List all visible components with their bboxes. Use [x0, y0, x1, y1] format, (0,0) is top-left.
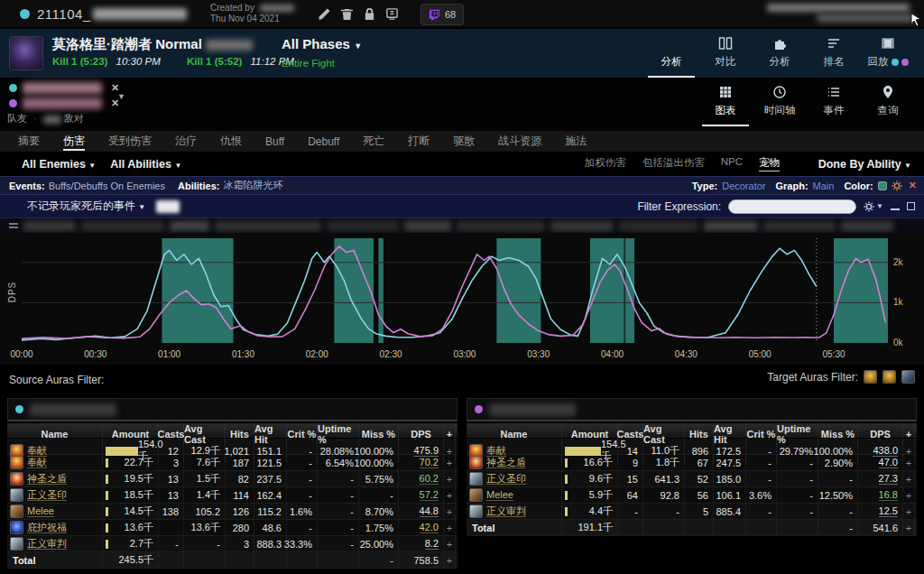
tab-Debuff[interactable]: Debuff: [308, 131, 339, 152]
color-swatch[interactable]: [878, 181, 887, 190]
dps-link[interactable]: 70.2: [420, 457, 439, 468]
export-icon[interactable]: [385, 7, 399, 21]
player-1-name-censored[interactable]: [23, 82, 102, 94]
option-加权伤害[interactable]: 加权伤害: [585, 156, 626, 171]
legend-item-censored[interactable]: [215, 221, 321, 231]
tab-施法[interactable]: 施法: [565, 131, 587, 152]
ability-link[interactable]: 正义审判: [486, 505, 526, 517]
legend-handle-icon[interactable]: [9, 223, 18, 228]
dps-link[interactable]: 27.3: [879, 473, 898, 485]
target-aura-icon-2[interactable]: [882, 370, 896, 384]
tab-仇恨[interactable]: 仇恨: [220, 131, 242, 152]
expand-row-button[interactable]: +: [903, 504, 915, 519]
report-title[interactable]: 211104_: [37, 6, 91, 22]
dps-chart[interactable]: DPS 2k1k0k00:0000:3001:0001:3002:0002:30…: [0, 233, 924, 365]
ability-link[interactable]: 庇护祝福: [27, 522, 67, 533]
expand-row-button[interactable]: +: [444, 552, 456, 568]
dps-link[interactable]: 42.0: [420, 522, 439, 533]
dps-link[interactable]: 8.2: [425, 538, 439, 550]
edit-icon[interactable]: [318, 7, 331, 21]
ability-link[interactable]: 神圣之盾: [486, 457, 526, 468]
expand-row-button[interactable]: +: [903, 455, 915, 470]
filter-expression-input[interactable]: [728, 199, 856, 214]
expand-row-button[interactable]: +: [444, 504, 456, 519]
ability-link[interactable]: Melee: [27, 505, 54, 517]
nav-item-回放[interactable]: 回放: [861, 32, 915, 78]
twitch-badge[interactable]: 68: [420, 4, 464, 25]
team-link[interactable]: 队友: [7, 113, 27, 124]
option-包括溢出伤害[interactable]: 包括溢出伤害: [642, 156, 705, 171]
dps-link[interactable]: 44.8: [420, 505, 439, 517]
legend-item-censored[interactable]: [619, 221, 698, 231]
dps-link[interactable]: 57.2: [420, 489, 439, 501]
fight-2-kill[interactable]: Kill 1 (5:52): [187, 56, 242, 67]
dps-link[interactable]: 47.0: [879, 457, 898, 468]
expand-row-button[interactable]: +: [903, 487, 915, 503]
lock-icon[interactable]: [363, 7, 376, 21]
tab-战斗资源[interactable]: 战斗资源: [498, 131, 541, 152]
boss-portrait[interactable]: [9, 36, 43, 70]
view-item-查询[interactable]: 查询: [861, 81, 915, 126]
expand-row-button[interactable]: +: [444, 520, 456, 535]
tab-驱散[interactable]: 驱散: [453, 131, 475, 152]
maximize-icon[interactable]: [907, 202, 915, 210]
chevron-down-icon[interactable]: ▼: [117, 92, 125, 101]
enemy-link[interactable]: 敌对: [64, 113, 84, 124]
nav-item-排名[interactable]: 排名: [807, 32, 861, 78]
abilities-dropdown[interactable]: All Abilities ▼: [110, 158, 181, 171]
delete-icon[interactable]: [340, 7, 354, 21]
table-player-header[interactable]: [7, 398, 457, 421]
legend-item-censored[interactable]: [170, 221, 209, 231]
expand-row-button[interactable]: +: [444, 471, 456, 486]
legend-item-censored[interactable]: [404, 221, 451, 231]
expand-row-button[interactable]: +: [903, 520, 915, 535]
legend-item-censored[interactable]: [23, 221, 76, 231]
view-item-时间轴[interactable]: 时间轴: [753, 81, 807, 126]
gear-icon[interactable]: [892, 181, 902, 191]
gear-icon[interactable]: ▼: [864, 201, 883, 212]
legend-item-censored[interactable]: [704, 221, 758, 231]
nav-item-分析[interactable]: 分析: [644, 32, 698, 78]
legend-item-censored[interactable]: [763, 221, 836, 231]
ability-link[interactable]: Melee: [486, 489, 513, 501]
target-aura-icon-3[interactable]: [901, 370, 915, 384]
report-title-censored[interactable]: [93, 8, 187, 20]
tab-摘要[interactable]: 摘要: [18, 131, 40, 152]
legend-item-censored[interactable]: [327, 221, 399, 231]
events-value[interactable]: Buffs/Debuffs On Enemies: [49, 181, 165, 191]
minimize-icon[interactable]: [891, 203, 900, 210]
nav-item-分析[interactable]: 分析: [753, 32, 807, 78]
legend-item-censored[interactable]: [841, 221, 893, 231]
tab-打断[interactable]: 打断: [408, 131, 430, 152]
done-by-ability-dropdown[interactable]: Done By Ability ▼: [818, 158, 911, 171]
enemies-dropdown[interactable]: All Enemies ▼: [22, 158, 96, 171]
graph-value[interactable]: Main: [813, 181, 835, 191]
option-宠物[interactable]: 宠物: [759, 156, 780, 171]
target-aura-icon-1[interactable]: [864, 370, 877, 384]
table-player-header[interactable]: [467, 398, 917, 421]
expand-row-button[interactable]: +: [444, 536, 456, 551]
legend-item-censored[interactable]: [81, 221, 164, 231]
nav-item-对比[interactable]: 对比: [698, 32, 753, 78]
expand-row-button[interactable]: +: [444, 455, 456, 470]
legend-item-censored[interactable]: [457, 221, 545, 231]
dps-link[interactable]: 16.8: [879, 489, 898, 501]
phase-selector[interactable]: All Phases ▼ Entire Fight: [282, 36, 362, 69]
tab-伤害[interactable]: 伤害: [63, 131, 85, 152]
dps-chart-svg[interactable]: 2k1k0k00:0000:3001:0001:3002:0002:3003:0…: [0, 233, 910, 365]
dps-link[interactable]: 60.2: [420, 473, 439, 485]
ability-link[interactable]: 奉献: [27, 457, 47, 468]
phase-selector-label[interactable]: All Phases: [282, 36, 350, 51]
player-2-name-censored[interactable]: [23, 97, 102, 109]
view-item-事件[interactable]: 事件: [807, 81, 861, 126]
dps-link[interactable]: 12.5: [879, 505, 898, 517]
view-item-图表[interactable]: 图表: [698, 81, 753, 126]
expand-row-button[interactable]: +: [444, 487, 456, 503]
legend-item-censored[interactable]: [550, 221, 614, 231]
tab-死亡[interactable]: 死亡: [363, 131, 384, 152]
close-icon[interactable]: ✕: [909, 180, 917, 191]
tab-Buff[interactable]: Buff: [265, 131, 284, 152]
ability-link[interactable]: 神圣之盾: [27, 473, 67, 485]
death-events-dropdown[interactable]: 不记录玩家死后的事件 ▼: [27, 199, 145, 214]
tab-治疗[interactable]: 治疗: [175, 131, 197, 152]
